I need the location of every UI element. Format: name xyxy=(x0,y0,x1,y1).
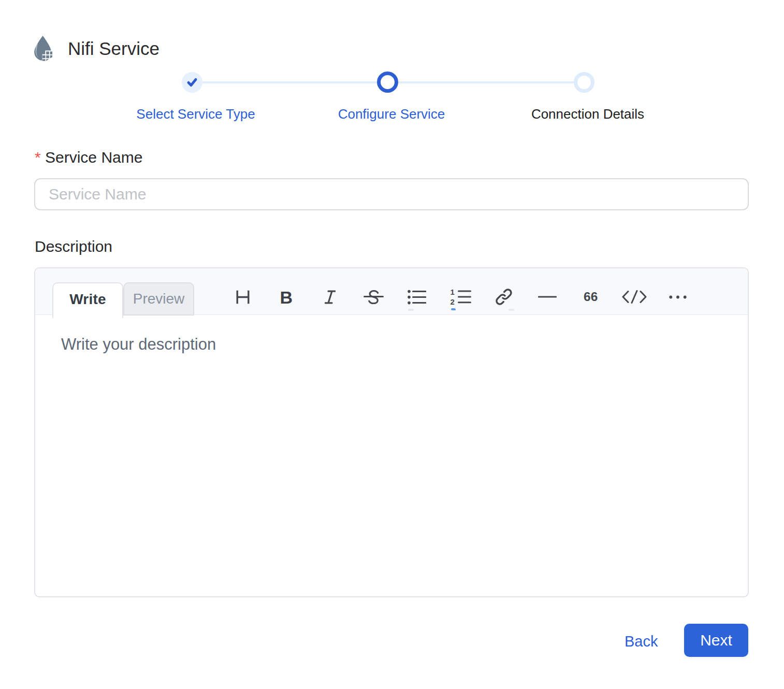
svg-text:B: B xyxy=(280,290,293,304)
svg-text:66: 66 xyxy=(584,292,598,302)
svg-text:1: 1 xyxy=(450,289,454,296)
svg-text:2: 2 xyxy=(450,297,454,305)
